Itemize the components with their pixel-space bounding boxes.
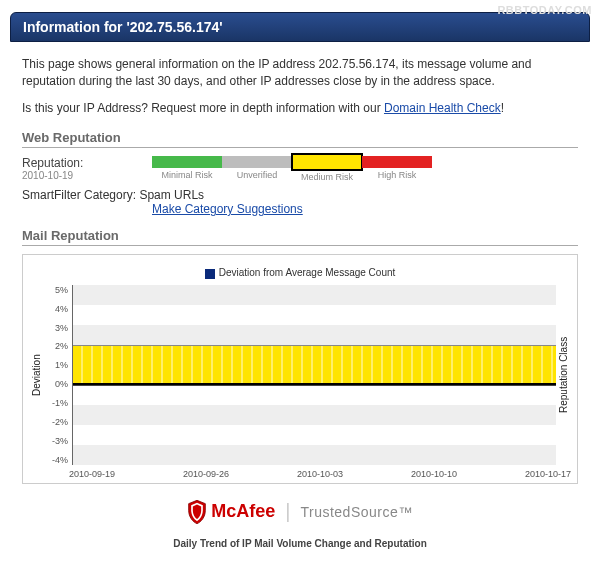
intro-p2-prefix: Is this your IP Address? Request more in… [22, 101, 384, 115]
y-tick: -2% [44, 417, 68, 427]
intro-paragraph-2: Is this your IP Address? Request more in… [22, 100, 578, 117]
mcafee-badge: McAfee [187, 500, 275, 524]
risk-seg-high-label: High Risk [362, 170, 432, 180]
smartfilter-value: Spam URLs [139, 188, 204, 202]
y-tick: 4% [44, 304, 68, 314]
panel-header: Information for '202.75.56.174' [10, 12, 590, 42]
plot-area [72, 285, 556, 465]
reputation-row: Reputation: 2010-10-19 Minimal Risk Unve… [22, 156, 578, 182]
risk-seg-high: High Risk [362, 156, 432, 180]
content-area: This page shows general information on t… [0, 42, 600, 555]
reputation-class-band [73, 345, 556, 385]
grid-band [73, 445, 556, 465]
risk-seg-minimal-label: Minimal Risk [152, 170, 222, 180]
y-tick: 2% [44, 341, 68, 351]
panel-title: Information for '202.75.56.174' [23, 19, 223, 35]
risk-seg-medium-bar [292, 154, 362, 170]
smartfilter-row: SmartFilter Category: Spam URLs Make Cat… [22, 188, 578, 216]
intro-block: This page shows general information on t… [22, 56, 578, 116]
legend-text: Deviation from Average Message Count [219, 267, 396, 278]
risk-seg-unverified-bar [222, 156, 292, 168]
risk-seg-high-bar [362, 156, 432, 168]
domain-health-check-link[interactable]: Domain Health Check [384, 101, 501, 115]
mcafee-text: McAfee [211, 501, 275, 522]
make-category-suggestions-link[interactable]: Make Category Suggestions [152, 202, 578, 216]
brand-footer: McAfee | TrustedSource™ [22, 494, 578, 532]
y-tick: -3% [44, 436, 68, 446]
grid-band [73, 325, 556, 345]
intro-paragraph-1: This page shows general information on t… [22, 56, 578, 90]
risk-bar: Minimal Risk Unverified Medium Risk High… [152, 156, 432, 182]
reputation-label: Reputation: [22, 156, 152, 170]
shield-icon [187, 500, 207, 524]
reputation-date: 2010-10-19 [22, 170, 152, 181]
risk-seg-unverified: Unverified [222, 156, 292, 180]
grid-band [73, 405, 556, 425]
chart-caption: Daily Trend of IP Mail Volume Change and… [22, 532, 578, 555]
risk-seg-minimal-bar [152, 156, 222, 168]
y-tick: 3% [44, 323, 68, 333]
grid-band [73, 285, 556, 305]
y-tick: 5% [44, 285, 68, 295]
x-tick: 2010-10-17 [525, 469, 571, 479]
chart-legend: Deviation from Average Message Count [29, 263, 571, 284]
y-axis-label-right: Reputation Class [556, 285, 571, 465]
trustedsource-text: TrustedSource™ [300, 504, 412, 520]
y-tick: -1% [44, 398, 68, 408]
risk-seg-medium-label: Medium Risk [292, 172, 362, 182]
y-axis-label-left: Deviation [29, 285, 44, 465]
y-tick: -4% [44, 455, 68, 465]
x-tick: 2010-09-26 [183, 469, 229, 479]
x-axis-ticks: 2010-09-19 2010-09-26 2010-10-03 2010-10… [29, 465, 571, 479]
legend-swatch-icon [205, 269, 215, 279]
chart-container: Deviation from Average Message Count Dev… [22, 254, 578, 483]
x-tick: 2010-09-19 [69, 469, 115, 479]
reputation-label-col: Reputation: 2010-10-19 [22, 156, 152, 181]
watermark-text: RBBTODAY.COM [497, 4, 592, 16]
y-axis-ticks: 5% 4% 3% 2% 1% 0% -1% -2% -3% -4% [44, 285, 72, 465]
intro-p2-suffix: ! [501, 101, 504, 115]
x-tick: 2010-10-10 [411, 469, 457, 479]
plot-wrap: Deviation 5% 4% 3% 2% 1% 0% -1% -2% -3% … [29, 285, 571, 465]
x-tick: 2010-10-03 [297, 469, 343, 479]
y-tick: 1% [44, 360, 68, 370]
mail-reputation-title: Mail Reputation [22, 228, 578, 246]
risk-seg-medium: Medium Risk [292, 156, 362, 182]
zero-line [73, 385, 556, 386]
y-tick: 0% [44, 379, 68, 389]
risk-seg-unverified-label: Unverified [222, 170, 292, 180]
risk-seg-minimal: Minimal Risk [152, 156, 222, 180]
brand-divider: | [285, 500, 290, 523]
smartfilter-label: SmartFilter Category: [22, 188, 136, 202]
web-reputation-title: Web Reputation [22, 130, 578, 148]
